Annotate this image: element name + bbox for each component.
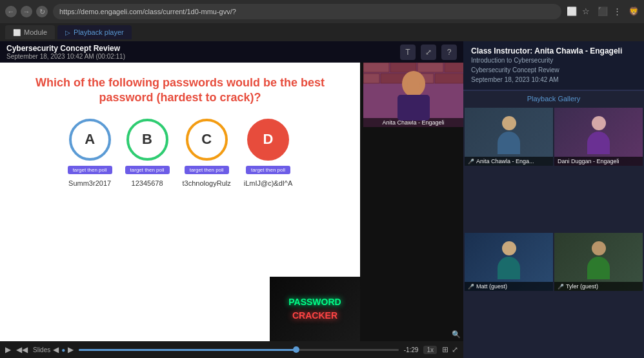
star-icon[interactable]: ☆ [582, 6, 592, 17]
progress-bar[interactable] [79, 349, 398, 351]
participant-4-body [587, 257, 610, 279]
option-d-text: iLmIJ@c)&dI^A [244, 179, 293, 187]
slide-left-icon[interactable]: ◀ [53, 345, 59, 354]
fullscreen-icon[interactable]: ⤢ [452, 345, 458, 354]
share-icon[interactable]: ⬜ [567, 6, 577, 17]
session-date-sidebar: September 18, 2023 10:42 AM [471, 75, 636, 85]
svg-rect-10 [397, 95, 430, 121]
poll-options: A target then poll Summ3r2017 B target t… [68, 119, 293, 187]
module-tab-icon: ⬜ [13, 29, 21, 36]
forward-button[interactable]: → [21, 6, 32, 17]
slide-right-icon[interactable]: ▶ [68, 345, 74, 354]
instructor-cam-inner [363, 63, 463, 127]
participant-2-body [587, 132, 610, 154]
url-text: https://demo.engageli.com/class/current/… [59, 8, 236, 15]
playback-tab-icon: ▷ [65, 29, 70, 36]
play-button[interactable]: ▶ [5, 345, 11, 354]
participant-1-head [502, 116, 516, 130]
option-a-label: target then poll [68, 166, 112, 174]
browser-nav-controls[interactable]: ← → ↻ [5, 6, 48, 17]
slides-label: Slides [33, 346, 50, 353]
svg-rect-5 [363, 74, 379, 83]
session-date: September 18, 2023 10:42 AM (00:02:11) [6, 53, 125, 60]
tab-bar: ⬜ Module ▷ Playback player [0, 23, 644, 41]
option-c-circle: C [186, 119, 228, 161]
brave-icon[interactable]: 🦁 [629, 6, 639, 17]
back-button[interactable]: ← [5, 6, 17, 17]
password-cracker-image: PASSWORD CRACKER [270, 277, 360, 341]
password-img-line2: CRACKER [292, 310, 337, 321]
participant-3-name: 🎤 Matt (guest) [465, 282, 553, 291]
text-tool-icon[interactable]: T [400, 45, 416, 60]
option-c-text: t3chnologyRulz [183, 179, 231, 187]
session-name: Cybersecurity Concept Review [471, 65, 636, 75]
slide-indicator: ● [61, 346, 65, 353]
password-img-inner: PASSWORD CRACKER [270, 277, 360, 341]
participant-video-2: Dani Duggan - Engageli [554, 108, 643, 166]
instructor-name: Class Instructor: Anita Chawla - Engagel… [471, 46, 636, 55]
participant-4-name: 🎤 Tyler (guest) [554, 282, 643, 291]
participant-3-body [498, 257, 520, 279]
participant-4-head [592, 241, 606, 255]
option-b-circle: B [126, 119, 168, 161]
participant-2-silhouette [584, 116, 613, 158]
participant-video-3: 🎤 Matt (guest) [465, 233, 553, 291]
sidebar-header: Class Instructor: Anita Chawla - Engagel… [463, 41, 644, 90]
menu-icon[interactable]: ⋮ [613, 6, 623, 17]
password-img-line1: PASSWORD [288, 297, 341, 308]
option-a-text: Summ3r2017 [68, 179, 111, 187]
course-title: Introduction to Cybersecurity [471, 55, 636, 65]
session-title: Cybersecurity Concept Review [6, 44, 125, 53]
view-icons: ⊞ ⤢ [442, 345, 458, 354]
magnify-icon[interactable]: 🔍 [452, 330, 461, 339]
instructor-cam: Anita Chawla - Engageli [363, 63, 463, 127]
participant-video-1: 🎤 Anita Chawla - Enga... [465, 108, 553, 166]
participant-3-silhouette [494, 241, 523, 283]
option-c: C target then poll t3chnologyRulz [183, 119, 231, 187]
time-display: -1:29 [404, 346, 419, 353]
option-a-circle: A [69, 119, 111, 161]
speed-badge[interactable]: 1x [423, 346, 437, 354]
option-a: A target then poll Summ3r2017 [68, 119, 112, 187]
info-bar: Cybersecurity Concept Review September 1… [0, 41, 463, 63]
video-controls: ▶ ◀◀ Slides ◀ ● ▶ -1:29 1x ⊞ ⤢ [0, 341, 463, 358]
help-icon[interactable]: ? [441, 45, 457, 60]
progress-thumb [293, 346, 299, 353]
participant-4-silhouette [584, 241, 613, 283]
svg-point-11 [407, 76, 420, 92]
info-toolbar: T ⤢ ? [400, 45, 457, 60]
option-b: B target then poll 12345678 [125, 119, 170, 187]
expand-icon[interactable]: ⤢ [421, 45, 436, 60]
participant-1-silhouette [494, 116, 523, 158]
layout-icon[interactable]: ⊞ [442, 345, 448, 354]
option-c-label: target then poll [185, 166, 229, 174]
svg-rect-1 [363, 63, 389, 72]
playback-gallery-button[interactable]: Playback Gallery [463, 90, 644, 106]
participants-grid: 🎤 Anita Chawla - Enga... Dani Duggan - E… [463, 106, 644, 358]
extension-icon[interactable]: ⬛ [598, 6, 608, 17]
option-d-label: target then poll [246, 166, 290, 174]
reload-button[interactable]: ↻ [36, 6, 48, 17]
svg-rect-8 [435, 74, 463, 83]
tab-module[interactable]: ⬜ Module [5, 25, 55, 39]
main-layout: Cybersecurity Concept Review September 1… [0, 41, 644, 358]
svg-rect-4 [445, 63, 463, 72]
option-b-label: target then poll [125, 166, 170, 174]
instructor-person [388, 68, 439, 123]
video-container: Which of the following passwords would b… [0, 63, 463, 341]
tab-playback-player[interactable]: ▷ Playback player [57, 25, 132, 39]
content-area: Cybersecurity Concept Review September 1… [0, 41, 463, 358]
slide-question: Which of the following passwords would b… [13, 75, 347, 106]
participant-1-mic: 🎤 [468, 159, 474, 164]
participant-video-4: 🎤 Tyler (guest) [554, 233, 643, 291]
prev-button[interactable]: ◀◀ [16, 345, 28, 354]
course-info: Introduction to Cybersecurity Cybersecur… [471, 55, 636, 85]
browser-actions: ⬜ ☆ ⬛ ⋮ 🦁 [567, 6, 639, 17]
participant-3-mic: 🎤 [468, 284, 474, 290]
option-d: D target then poll iLmIJ@c)&dI^A [244, 119, 293, 187]
address-bar[interactable]: https://demo.engageli.com/class/current/… [53, 4, 561, 19]
progress-fill [79, 349, 296, 351]
option-b-text: 12345678 [132, 179, 163, 187]
right-sidebar: Class Instructor: Anita Chawla - Engagel… [463, 41, 644, 358]
title-section: Cybersecurity Concept Review September 1… [6, 44, 125, 60]
